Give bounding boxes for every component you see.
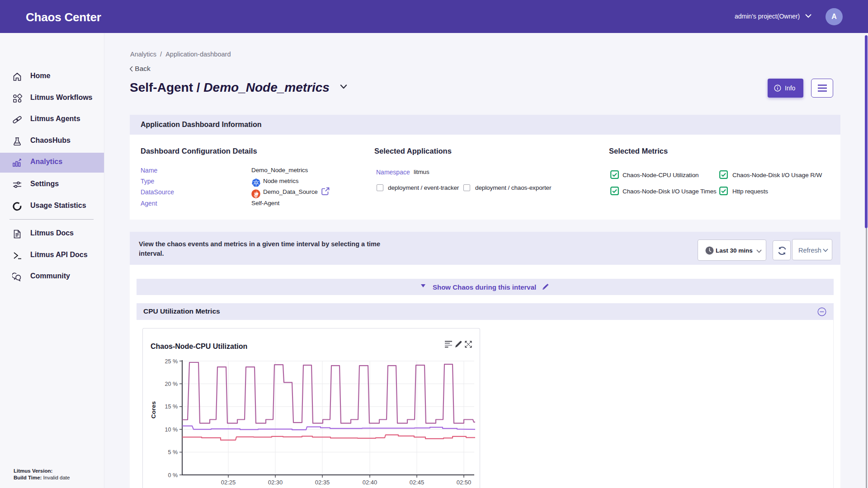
svg-text:02:45: 02:45	[410, 479, 425, 486]
svg-text:Cores: Cores	[150, 401, 157, 418]
svg-text:20 %: 20 %	[165, 381, 178, 387]
svg-text:5 %: 5 %	[168, 449, 178, 455]
svg-text:02:30: 02:30	[268, 479, 283, 486]
svg-text:10 %: 10 %	[165, 427, 178, 433]
svg-text:15 %: 15 %	[165, 404, 178, 410]
svg-text:02:50: 02:50	[457, 479, 472, 486]
svg-text:0 %: 0 %	[168, 472, 178, 479]
svg-text:02:40: 02:40	[363, 479, 377, 486]
svg-text:02:25: 02:25	[221, 479, 236, 486]
svg-text:02:35: 02:35	[315, 479, 330, 486]
svg-text:25 %: 25 %	[165, 358, 178, 365]
